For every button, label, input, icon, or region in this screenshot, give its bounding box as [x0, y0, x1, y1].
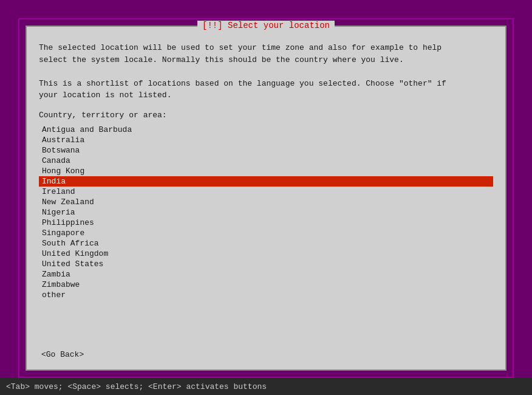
- list-item[interactable]: Singapore: [39, 228, 493, 238]
- dialog-box: [!!] Select your location The selected l…: [26, 26, 506, 371]
- list-item[interactable]: India: [39, 176, 493, 187]
- desc-line5: your location is not listed.: [39, 89, 493, 101]
- outer-border: [!!] Select your location The selected l…: [18, 18, 514, 378]
- country-label: Country, territory or area:: [39, 111, 493, 120]
- list-item[interactable]: New Zealand: [39, 197, 493, 207]
- go-back-button[interactable]: <Go Back>: [39, 349, 86, 360]
- list-item[interactable]: Philippines: [39, 218, 493, 228]
- list-item[interactable]: Antigua and Barbuda: [39, 125, 493, 135]
- list-item[interactable]: Canada: [39, 156, 493, 166]
- list-item[interactable]: Hong Kong: [39, 166, 493, 176]
- list-item[interactable]: Zambia: [39, 269, 493, 280]
- dialog-content: The selected location will be used to se…: [27, 27, 505, 369]
- country-list[interactable]: Antigua and BarbudaAustraliaBotswanaCana…: [39, 125, 493, 337]
- list-item[interactable]: Nigeria: [39, 207, 493, 218]
- desc-line2: select the system locale. Normally this …: [39, 54, 493, 66]
- desc-line3: [39, 66, 493, 78]
- list-item[interactable]: United Kingdom: [39, 249, 493, 259]
- buttons-row: <Go Back>: [39, 343, 493, 360]
- list-item[interactable]: South Africa: [39, 238, 493, 249]
- status-bar: <Tab> moves; <Space> selects; <Enter> ac…: [0, 378, 532, 395]
- list-item[interactable]: Botswana: [39, 145, 493, 156]
- desc-line4: This is a shortlist of locations based o…: [39, 78, 493, 90]
- list-item[interactable]: Ireland: [39, 187, 493, 197]
- desc-line1: The selected location will be used to se…: [39, 42, 493, 54]
- list-item[interactable]: United States: [39, 259, 493, 269]
- description: The selected location will be used to se…: [39, 42, 493, 101]
- list-item[interactable]: Australia: [39, 135, 493, 145]
- list-item[interactable]: other: [39, 290, 493, 300]
- list-item[interactable]: Zimbabwe: [39, 280, 493, 290]
- title-bar: [!!] Select your location: [197, 21, 335, 30]
